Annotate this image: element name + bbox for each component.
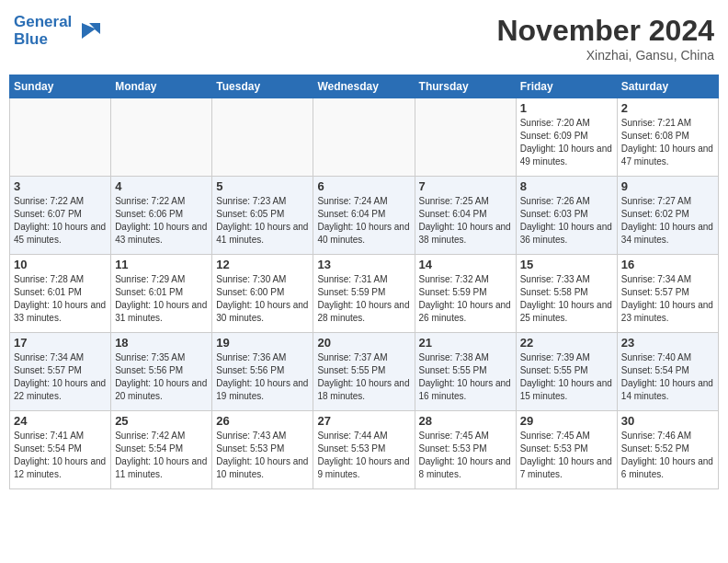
- calendar-cell: 3Sunrise: 7:22 AM Sunset: 6:07 PM Daylig…: [10, 177, 111, 255]
- location-subtitle: Xinzhai, Gansu, China: [496, 48, 714, 63]
- calendar-cell: 26Sunrise: 7:43 AM Sunset: 5:53 PM Dayli…: [212, 411, 313, 489]
- calendar-cell: [10, 98, 111, 177]
- day-info: Sunrise: 7:28 AM Sunset: 6:01 PM Dayligh…: [14, 273, 107, 325]
- calendar-cell: 7Sunrise: 7:25 AM Sunset: 6:04 PM Daylig…: [415, 177, 516, 255]
- calendar-header-thursday: Thursday: [415, 75, 516, 98]
- day-info: Sunrise: 7:29 AM Sunset: 6:01 PM Dayligh…: [115, 273, 208, 325]
- calendar-cell: 12Sunrise: 7:30 AM Sunset: 6:00 PM Dayli…: [212, 255, 313, 333]
- day-number: 14: [419, 258, 512, 271]
- calendar-cell: 27Sunrise: 7:44 AM Sunset: 5:53 PM Dayli…: [313, 411, 415, 489]
- day-number: 25: [115, 414, 208, 428]
- day-number: 11: [115, 258, 208, 271]
- day-number: 9: [621, 179, 714, 193]
- day-info: Sunrise: 7:38 AM Sunset: 5:55 PM Dayligh…: [419, 351, 512, 403]
- day-number: 18: [115, 336, 208, 350]
- calendar-cell: 15Sunrise: 7:33 AM Sunset: 5:58 PM Dayli…: [516, 255, 617, 333]
- day-info: Sunrise: 7:24 AM Sunset: 6:04 PM Dayligh…: [317, 195, 410, 247]
- calendar-header-tuesday: Tuesday: [212, 75, 313, 98]
- calendar-cell: 22Sunrise: 7:39 AM Sunset: 5:55 PM Dayli…: [516, 333, 617, 411]
- calendar-cell: 6Sunrise: 7:24 AM Sunset: 6:04 PM Daylig…: [313, 177, 415, 255]
- day-info: Sunrise: 7:32 AM Sunset: 5:59 PM Dayligh…: [419, 273, 512, 325]
- calendar-header-friday: Friday: [516, 75, 617, 98]
- calendar-cell: 4Sunrise: 7:22 AM Sunset: 6:06 PM Daylig…: [111, 177, 212, 255]
- day-info: Sunrise: 7:33 AM Sunset: 5:58 PM Dayligh…: [520, 273, 613, 325]
- day-info: Sunrise: 7:44 AM Sunset: 5:53 PM Dayligh…: [317, 430, 410, 481]
- calendar-cell: 16Sunrise: 7:34 AM Sunset: 5:57 PM Dayli…: [617, 255, 718, 333]
- calendar-week-4: 17Sunrise: 7:34 AM Sunset: 5:57 PM Dayli…: [10, 333, 719, 411]
- day-number: 28: [419, 414, 512, 428]
- day-number: 6: [317, 179, 410, 193]
- day-number: 8: [520, 179, 613, 193]
- day-number: 29: [520, 414, 613, 428]
- day-number: 23: [621, 336, 714, 350]
- day-info: Sunrise: 7:30 AM Sunset: 6:00 PM Dayligh…: [216, 273, 309, 325]
- calendar-week-1: 1Sunrise: 7:20 AM Sunset: 6:09 PM Daylig…: [10, 98, 719, 177]
- day-number: 10: [14, 258, 107, 271]
- day-info: Sunrise: 7:25 AM Sunset: 6:04 PM Dayligh…: [419, 195, 512, 247]
- day-info: Sunrise: 7:40 AM Sunset: 5:54 PM Dayligh…: [621, 351, 714, 403]
- day-number: 4: [115, 179, 208, 193]
- day-number: 15: [520, 258, 613, 271]
- calendar-header-wednesday: Wednesday: [313, 75, 415, 98]
- calendar-cell: 14Sunrise: 7:32 AM Sunset: 5:59 PM Dayli…: [415, 255, 516, 333]
- day-info: Sunrise: 7:21 AM Sunset: 6:08 PM Dayligh…: [621, 117, 714, 168]
- calendar-cell: 18Sunrise: 7:35 AM Sunset: 5:56 PM Dayli…: [111, 333, 212, 411]
- day-info: Sunrise: 7:39 AM Sunset: 5:55 PM Dayligh…: [520, 351, 613, 403]
- day-info: Sunrise: 7:34 AM Sunset: 5:57 PM Dayligh…: [14, 351, 107, 403]
- day-info: Sunrise: 7:46 AM Sunset: 5:52 PM Dayligh…: [621, 430, 714, 481]
- calendar-cell: 17Sunrise: 7:34 AM Sunset: 5:57 PM Dayli…: [10, 333, 111, 411]
- day-number: 1: [520, 101, 613, 115]
- calendar-header-row: SundayMondayTuesdayWednesdayThursdayFrid…: [10, 75, 719, 98]
- calendar-header-saturday: Saturday: [617, 75, 718, 98]
- day-number: 7: [419, 179, 512, 193]
- day-number: 24: [14, 414, 107, 428]
- day-number: 30: [621, 414, 714, 428]
- day-number: 22: [520, 336, 613, 350]
- calendar-cell: [415, 98, 516, 177]
- logo-text2: Blue: [14, 31, 72, 49]
- day-number: 13: [317, 258, 410, 271]
- day-number: 19: [216, 336, 309, 350]
- calendar-cell: 10Sunrise: 7:28 AM Sunset: 6:01 PM Dayli…: [10, 255, 111, 333]
- day-info: Sunrise: 7:20 AM Sunset: 6:09 PM Dayligh…: [520, 117, 613, 168]
- day-info: Sunrise: 7:35 AM Sunset: 5:56 PM Dayligh…: [115, 351, 208, 403]
- calendar-cell: 5Sunrise: 7:23 AM Sunset: 6:05 PM Daylig…: [212, 177, 313, 255]
- calendar-cell: 24Sunrise: 7:41 AM Sunset: 5:54 PM Dayli…: [10, 411, 111, 489]
- day-info: Sunrise: 7:43 AM Sunset: 5:53 PM Dayligh…: [216, 430, 309, 481]
- calendar-cell: [313, 98, 415, 177]
- day-number: 21: [419, 336, 512, 350]
- day-info: Sunrise: 7:22 AM Sunset: 6:06 PM Dayligh…: [115, 195, 208, 247]
- day-number: 26: [216, 414, 309, 428]
- calendar-cell: [111, 98, 212, 177]
- calendar-cell: [212, 98, 313, 177]
- calendar-cell: 29Sunrise: 7:45 AM Sunset: 5:53 PM Dayli…: [516, 411, 617, 489]
- calendar-week-2: 3Sunrise: 7:22 AM Sunset: 6:07 PM Daylig…: [10, 177, 719, 255]
- day-info: Sunrise: 7:42 AM Sunset: 5:54 PM Dayligh…: [115, 430, 208, 481]
- svg-marker-0: [82, 23, 100, 39]
- day-number: 12: [216, 258, 309, 271]
- calendar-cell: 13Sunrise: 7:31 AM Sunset: 5:59 PM Dayli…: [313, 255, 415, 333]
- calendar-cell: 20Sunrise: 7:37 AM Sunset: 5:55 PM Dayli…: [313, 333, 415, 411]
- logo: General Blue: [14, 14, 102, 48]
- day-info: Sunrise: 7:41 AM Sunset: 5:54 PM Dayligh…: [14, 430, 107, 481]
- day-info: Sunrise: 7:27 AM Sunset: 6:02 PM Dayligh…: [621, 195, 714, 247]
- day-info: Sunrise: 7:23 AM Sunset: 6:05 PM Dayligh…: [216, 195, 309, 247]
- day-info: Sunrise: 7:34 AM Sunset: 5:57 PM Dayligh…: [621, 273, 714, 325]
- calendar-header-monday: Monday: [111, 75, 212, 98]
- calendar-cell: 21Sunrise: 7:38 AM Sunset: 5:55 PM Dayli…: [415, 333, 516, 411]
- calendar-cell: 19Sunrise: 7:36 AM Sunset: 5:56 PM Dayli…: [212, 333, 313, 411]
- page-header: General Blue November 2024 Xinzhai, Gans…: [9, 9, 719, 67]
- calendar-cell: 23Sunrise: 7:40 AM Sunset: 5:54 PM Dayli…: [617, 333, 718, 411]
- calendar-cell: 1Sunrise: 7:20 AM Sunset: 6:09 PM Daylig…: [516, 98, 617, 177]
- calendar-cell: 25Sunrise: 7:42 AM Sunset: 5:54 PM Dayli…: [111, 411, 212, 489]
- logo-icon: [74, 16, 102, 47]
- calendar-table: SundayMondayTuesdayWednesdayThursdayFrid…: [9, 75, 719, 489]
- day-info: Sunrise: 7:31 AM Sunset: 5:59 PM Dayligh…: [317, 273, 410, 325]
- day-number: 17: [14, 336, 107, 350]
- calendar-week-5: 24Sunrise: 7:41 AM Sunset: 5:54 PM Dayli…: [10, 411, 719, 489]
- day-number: 20: [317, 336, 410, 350]
- calendar-cell: 8Sunrise: 7:26 AM Sunset: 6:03 PM Daylig…: [516, 177, 617, 255]
- calendar-cell: 2Sunrise: 7:21 AM Sunset: 6:08 PM Daylig…: [617, 98, 718, 177]
- day-info: Sunrise: 7:37 AM Sunset: 5:55 PM Dayligh…: [317, 351, 410, 403]
- day-info: Sunrise: 7:36 AM Sunset: 5:56 PM Dayligh…: [216, 351, 309, 403]
